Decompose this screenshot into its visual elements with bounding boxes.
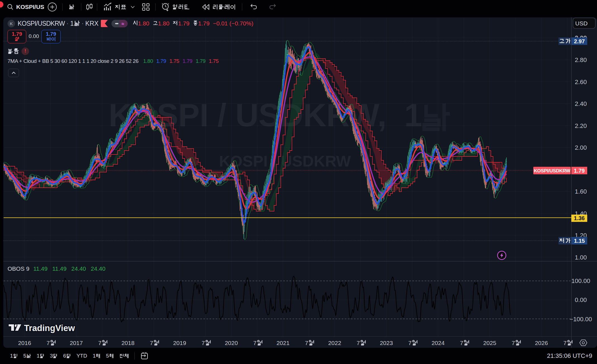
svg-text:−100.00: −100.00: [570, 316, 592, 323]
svg-text:≈: ≈: [122, 21, 124, 26]
svg-text:7: 7: [460, 340, 463, 346]
svg-text:1.00: 1.00: [575, 254, 587, 261]
svg-text:2.80: 2.80: [575, 56, 587, 63]
svg-text:TradingView: TradingView: [24, 323, 75, 333]
svg-text:2026: 2026: [535, 340, 548, 346]
svg-text:7: 7: [150, 340, 153, 346]
svg-text:2018: 2018: [122, 340, 135, 346]
svg-text:2020: 2020: [225, 340, 238, 346]
svg-text:1.36: 1.36: [574, 215, 585, 221]
svg-text:2024: 2024: [432, 340, 445, 346]
svg-text:USD: USD: [575, 20, 588, 27]
svg-text:2.00: 2.00: [575, 144, 587, 151]
svg-text:2021: 2021: [277, 340, 290, 346]
svg-text:1.15: 1.15: [574, 238, 585, 244]
svg-text:2016: 2016: [18, 340, 31, 346]
svg-text:2.97: 2.97: [574, 38, 585, 44]
svg-text:2.40: 2.40: [575, 100, 587, 107]
svg-text:7: 7: [563, 340, 567, 346]
svg-text:7: 7: [408, 340, 412, 346]
svg-text:2.20: 2.20: [575, 122, 587, 129]
svg-text:7: 7: [253, 340, 257, 346]
svg-text:7: 7: [47, 340, 50, 346]
svg-text:7: 7: [98, 340, 102, 346]
svg-text:7: 7: [512, 340, 515, 346]
svg-text:2023: 2023: [380, 340, 393, 346]
svg-text:2022: 2022: [328, 340, 341, 346]
svg-text:0.00: 0.00: [575, 296, 587, 303]
svg-text:7: 7: [357, 340, 360, 346]
svg-text:KOSPI/USDKRW: KOSPI/USDKRW: [534, 168, 570, 173]
svg-text:2017: 2017: [70, 340, 83, 346]
svg-text:1.60: 1.60: [575, 188, 587, 195]
svg-text:100.00: 100.00: [571, 277, 590, 284]
svg-text:1.79: 1.79: [574, 168, 585, 174]
svg-text:2025: 2025: [483, 340, 496, 346]
svg-text:2.60: 2.60: [575, 78, 587, 85]
svg-text:2019: 2019: [173, 340, 186, 346]
svg-text:7: 7: [305, 340, 308, 346]
svg-text:7: 7: [202, 340, 205, 346]
